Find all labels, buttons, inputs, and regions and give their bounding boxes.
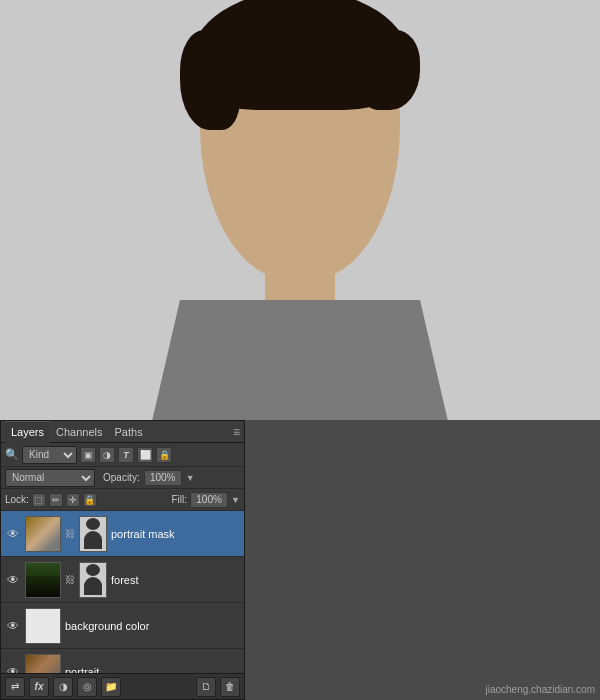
layer-link-icon-1: ⛓ xyxy=(65,526,75,542)
type-filter-icon[interactable]: T xyxy=(118,447,134,463)
fill-arrow-icon[interactable]: ▼ xyxy=(231,495,240,505)
visibility-eye-2[interactable]: 👁 xyxy=(5,572,21,588)
layer-mask-thumbnail-2 xyxy=(79,562,107,598)
link-button[interactable]: ⇄ xyxy=(5,677,25,697)
watermark: jiaocheng.chazidian.com xyxy=(485,684,595,695)
panel-menu-icon[interactable]: ≡ xyxy=(233,425,240,439)
fill-value[interactable]: 100% xyxy=(190,492,228,508)
thumb-forest-img xyxy=(26,563,60,597)
layer-name-2: forest xyxy=(111,574,240,586)
lock-paint-icon[interactable]: ✏ xyxy=(49,493,63,507)
opacity-arrow-icon[interactable]: ▼ xyxy=(186,473,195,483)
thumb-white-img xyxy=(26,609,60,643)
layer-item[interactable]: 👁 ⛓ portrait mask xyxy=(1,511,244,557)
blend-mode-select[interactable]: Normal xyxy=(5,469,95,487)
tab-paths[interactable]: Paths xyxy=(109,421,149,443)
search-icon: 🔍 xyxy=(5,448,19,461)
blend-mode-row: Normal Opacity: 100% ▼ xyxy=(1,467,244,489)
smart-filter-icon[interactable]: 🔒 xyxy=(156,447,172,463)
tab-layers[interactable]: Layers xyxy=(5,421,50,443)
shape-filter-icon[interactable]: ⬜ xyxy=(137,447,153,463)
delete-layer-button[interactable]: 🗑 xyxy=(220,677,240,697)
layer-mask-thumbnail-1 xyxy=(79,516,107,552)
mask-silhouette-1 xyxy=(80,517,106,551)
pixel-filter-icon[interactable]: ▣ xyxy=(80,447,96,463)
portrait-background xyxy=(0,0,600,420)
panel-toolbar: ⇄ fx ◑ ◎ 📁 🗋 🗑 xyxy=(1,673,244,699)
adjustment-filter-icon[interactable]: ◑ xyxy=(99,447,115,463)
mask-silhouette-2 xyxy=(80,563,106,597)
right-panel-area xyxy=(245,420,600,700)
lock-all-icon[interactable]: 🔒 xyxy=(83,493,97,507)
layer-item[interactable]: 👁 background color xyxy=(1,603,244,649)
thumb-portrait-img xyxy=(26,517,60,551)
lock-label: Lock: xyxy=(5,494,29,505)
layer-item[interactable]: 👁 ⛓ forest xyxy=(1,557,244,603)
portrait-figure xyxy=(140,0,460,420)
fill-label: Fill: xyxy=(172,494,188,505)
hair xyxy=(190,0,410,110)
layer-link-icon-2: ⛓ xyxy=(65,572,75,588)
lock-transparent-icon[interactable]: ⬚ xyxy=(32,493,46,507)
visibility-eye-3[interactable]: 👁 xyxy=(5,618,21,634)
layers-panel: Layers Channels Paths ≡ 🔍 Kind ▣ ◑ T ⬜ 🔒… xyxy=(0,420,245,700)
kind-row: 🔍 Kind ▣ ◑ T ⬜ 🔒 xyxy=(1,443,244,467)
effects-button[interactable]: fx xyxy=(29,677,49,697)
adjustment-button[interactable]: ◎ xyxy=(77,677,97,697)
opacity-value[interactable]: 100% xyxy=(144,470,182,486)
lock-move-icon[interactable]: ✛ xyxy=(66,493,80,507)
layer-thumbnail-3 xyxy=(25,608,61,644)
lock-row: Lock: ⬚ ✏ ✛ 🔒 Fill: 100% ▼ xyxy=(1,489,244,511)
layer-thumbnail-2 xyxy=(25,562,61,598)
layer-name-1: portrait mask xyxy=(111,528,240,540)
new-layer-button[interactable]: 🗋 xyxy=(196,677,216,697)
layer-name-3: background color xyxy=(65,620,240,632)
tab-channels[interactable]: Channels xyxy=(50,421,108,443)
group-button[interactable]: 📁 xyxy=(101,677,121,697)
panel-tabs: Layers Channels Paths ≡ xyxy=(1,421,244,443)
shirt xyxy=(150,300,450,420)
kind-select[interactable]: Kind xyxy=(22,446,77,464)
layer-thumbnail-1 xyxy=(25,516,61,552)
canvas-area xyxy=(0,0,600,420)
mask-button[interactable]: ◑ xyxy=(53,677,73,697)
opacity-label: Opacity: xyxy=(103,472,140,483)
visibility-eye-1[interactable]: 👁 xyxy=(5,526,21,542)
layers-list: 👁 ⛓ portrait mask 👁 xyxy=(1,511,244,695)
